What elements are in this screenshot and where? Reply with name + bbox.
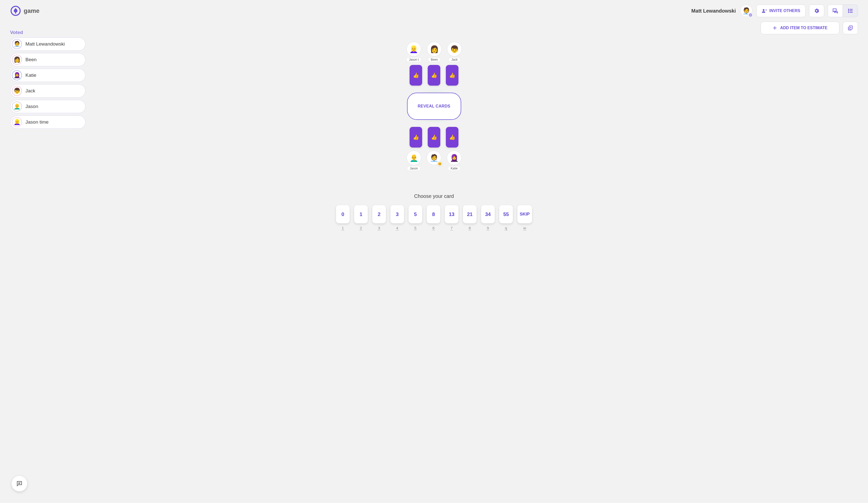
plus-icon bbox=[773, 26, 777, 30]
card-hotkey-label: 8 bbox=[468, 226, 471, 231]
deck-card-column: 23 bbox=[372, 205, 386, 231]
app-header: game Matt Lewandowski 🧑‍💼 INVITE OTHERS bbox=[0, 0, 868, 20]
settings-button[interactable] bbox=[809, 4, 824, 17]
seat-avatar-icon: 🧑‍💼😊 bbox=[427, 150, 441, 165]
seat-avatar-icon: 👦 bbox=[447, 42, 462, 56]
card-hotkey-label: 9 bbox=[486, 226, 489, 231]
player-name: Matt Lewandowski bbox=[25, 41, 65, 47]
player-name: Jason time bbox=[25, 119, 49, 125]
seat-name-label: Been bbox=[428, 57, 441, 62]
estimate-card[interactable]: 3 bbox=[390, 205, 404, 223]
estimate-card[interactable]: 8 bbox=[427, 205, 440, 223]
deck-card-column: SKIPw bbox=[517, 205, 532, 231]
add-item-label: ADD ITEM TO ESTIMATE bbox=[780, 26, 827, 30]
player-seat[interactable]: 🧕Katie bbox=[447, 150, 462, 171]
deck-card-column: 137 bbox=[445, 205, 458, 231]
add-item-button[interactable]: ADD ITEM TO ESTIMATE bbox=[761, 22, 839, 34]
invite-others-button[interactable]: INVITE OTHERS bbox=[756, 4, 806, 17]
player-seat[interactable]: 🧑‍💼😊 bbox=[427, 150, 441, 171]
deck-card-column: 12 bbox=[354, 205, 368, 231]
voted-title: Voted bbox=[10, 30, 86, 35]
player-seat[interactable]: 👨‍🦲Jason bbox=[406, 150, 421, 171]
deck-card-column: 218 bbox=[463, 205, 477, 231]
emoji-picker-badge-icon[interactable]: 😊 bbox=[437, 161, 443, 166]
card-hotkey-label: 6 bbox=[432, 226, 435, 231]
seat-avatar-icon: 🧕 bbox=[447, 150, 462, 165]
player-avatar-icon: 👩 bbox=[12, 55, 22, 65]
bottom-seat-row: 👨‍🦲Jason🧑‍💼😊🧕Katie bbox=[406, 150, 462, 171]
voted-player-item[interactable]: 👦Jack bbox=[10, 84, 86, 98]
played-card: 👍 bbox=[446, 127, 458, 148]
list-icon bbox=[847, 8, 854, 14]
voted-player-item[interactable]: 🧕Katie bbox=[10, 69, 86, 82]
chat-fab-button[interactable] bbox=[12, 476, 27, 491]
poker-table-area: 👱‍♀️Jason t👩Been👦Jack 👍👍👍 REVEAL CARDS 👍… bbox=[0, 42, 868, 171]
seat-avatar-icon: 👩 bbox=[427, 42, 442, 56]
app-name: game bbox=[24, 7, 40, 14]
seat-avatar-icon: 👱‍♀️ bbox=[406, 42, 421, 56]
player-avatar-icon: 👱‍♀️ bbox=[12, 117, 22, 127]
deck-card-column: 01 bbox=[336, 205, 350, 231]
player-avatar-icon: 🧕 bbox=[12, 70, 22, 80]
chat-view-button[interactable] bbox=[828, 4, 843, 17]
bottom-card-row: 👍👍👍 bbox=[410, 127, 458, 148]
estimate-card[interactable]: 0 bbox=[336, 205, 350, 223]
logo[interactable]: game bbox=[10, 5, 40, 17]
player-name: Katie bbox=[25, 73, 36, 78]
voted-player-item[interactable]: 👨‍🦲Jason bbox=[10, 100, 86, 113]
card-hotkey-label: w bbox=[523, 226, 527, 231]
estimate-card[interactable]: SKIP bbox=[517, 205, 532, 223]
top-seat-row: 👱‍♀️Jason t👩Been👦Jack bbox=[406, 42, 462, 62]
seat-name-label: Katie bbox=[448, 166, 460, 171]
svg-point-8 bbox=[848, 12, 849, 13]
played-card: 👍 bbox=[410, 127, 422, 148]
estimate-card[interactable]: 21 bbox=[463, 205, 477, 223]
voted-player-item[interactable]: 🧑‍💼Matt Lewandowski bbox=[10, 37, 86, 51]
voted-player-item[interactable]: 👱‍♀️Jason time bbox=[10, 115, 86, 129]
deck-card-column: 55q bbox=[499, 205, 513, 231]
estimate-card[interactable]: 55 bbox=[499, 205, 513, 223]
add-to-library-button[interactable] bbox=[843, 22, 858, 34]
deck-card-column: 55 bbox=[409, 205, 422, 231]
seat-name-label: Jason t bbox=[406, 57, 422, 62]
estimate-card[interactable]: 5 bbox=[409, 205, 422, 223]
svg-point-4 bbox=[848, 9, 849, 10]
estimate-card[interactable]: 13 bbox=[445, 205, 458, 223]
person-add-icon bbox=[762, 8, 767, 13]
estimate-card[interactable]: 1 bbox=[354, 205, 368, 223]
card-hotkey-label: 3 bbox=[378, 226, 381, 231]
table-center: REVEAL CARDS bbox=[407, 93, 461, 120]
player-name: Jason bbox=[25, 104, 38, 109]
seat-name-label: Jason bbox=[407, 166, 421, 171]
voted-player-item[interactable]: 👩Been bbox=[10, 53, 86, 66]
player-seat[interactable]: 👦Jack bbox=[447, 42, 462, 62]
player-seat[interactable]: 👱‍♀️Jason t bbox=[406, 42, 422, 62]
player-avatar-icon: 🧑‍💼 bbox=[12, 39, 22, 49]
card-deck: 01122334558613721834955qSKIPw bbox=[0, 205, 868, 231]
list-view-button[interactable] bbox=[843, 4, 858, 17]
estimate-card[interactable]: 34 bbox=[481, 205, 495, 223]
svg-point-3 bbox=[763, 9, 764, 11]
player-name: Jack bbox=[25, 88, 35, 94]
voted-panel: Voted 🧑‍💼Matt Lewandowski👩Been🧕Katie👦Jac… bbox=[10, 30, 86, 131]
deck-card-column: 34 bbox=[390, 205, 404, 231]
player-name: Been bbox=[25, 57, 37, 62]
sub-toolbar: ADD ITEM TO ESTIMATE bbox=[0, 20, 868, 34]
view-toggle-group bbox=[828, 4, 858, 17]
choose-card-section: Choose your card 01122334558613721834955… bbox=[0, 193, 868, 231]
library-add-icon bbox=[848, 25, 853, 31]
avatar-settings-badge-icon[interactable] bbox=[747, 12, 753, 18]
current-user-avatar[interactable]: 🧑‍💼 bbox=[740, 5, 752, 17]
played-card: 👍 bbox=[428, 127, 440, 148]
reveal-cards-button[interactable]: REVEAL CARDS bbox=[407, 93, 461, 120]
seat-avatar-icon: 👨‍🦲 bbox=[406, 150, 421, 165]
card-hotkey-label: q bbox=[505, 226, 508, 231]
player-seat[interactable]: 👩Been bbox=[427, 42, 442, 62]
choose-card-title: Choose your card bbox=[0, 193, 868, 199]
card-hotkey-label: 2 bbox=[360, 226, 362, 231]
svg-point-2 bbox=[750, 14, 751, 15]
card-hotkey-label: 1 bbox=[341, 226, 344, 231]
chat-icon bbox=[16, 480, 23, 487]
estimate-card[interactable]: 2 bbox=[372, 205, 386, 223]
svg-rect-1 bbox=[15, 12, 16, 13]
